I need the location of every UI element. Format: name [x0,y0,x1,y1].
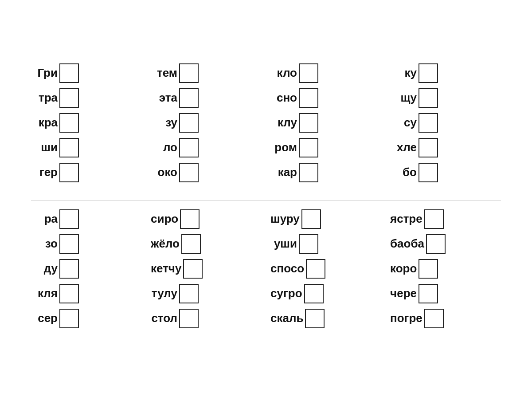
answer-box[interactable] [419,113,438,133]
word-item: сно [270,88,381,108]
column-1-4: кущусухлебо [390,63,501,182]
column-1-2: темэтазулооко [151,63,262,182]
answer-box[interactable] [304,284,324,303]
answer-box[interactable] [59,113,79,133]
answer-box[interactable] [179,163,199,182]
answer-box[interactable] [59,163,79,182]
answer-box[interactable] [424,209,444,229]
answer-box[interactable] [299,113,318,133]
column-2-1: разодуклясер [31,209,142,328]
answer-box[interactable] [179,284,199,303]
word-prefix: ши [31,141,58,154]
answer-box[interactable] [419,259,438,279]
answer-box[interactable] [180,209,200,229]
word-item: сиро [151,209,262,229]
word-item: тулу [151,284,262,303]
column-2-3: шуруушиспососугроскаль [270,209,381,328]
answer-box[interactable] [419,63,438,83]
answer-box[interactable] [419,88,438,108]
word-prefix: кля [31,287,58,300]
word-item: ром [270,138,381,157]
word-prefix: сер [31,311,58,325]
word-prefix: бо [390,165,417,179]
section-1: Гритракрашигертемэтазулоококлосноклуромк… [31,63,501,182]
word-prefix: сиро [151,212,178,226]
word-prefix: око [151,165,177,179]
word-item: ши [31,138,142,157]
answer-box[interactable] [179,113,199,133]
word-prefix: ло [151,141,177,154]
answer-box[interactable] [59,234,79,254]
word-prefix: сно [270,91,297,105]
word-prefix: погре [390,311,422,325]
word-item: тра [31,88,142,108]
word-prefix: тем [151,66,177,80]
word-prefix: кетчу [151,262,181,275]
column-1-1: Гритракрашигер [31,63,142,182]
word-prefix: жёло [151,237,180,251]
word-item: ястре [390,209,501,229]
answer-box[interactable] [299,63,318,83]
word-item: кетчу [151,259,262,279]
answer-box[interactable] [59,209,79,229]
answer-box[interactable] [179,63,199,83]
word-item: бaoба [390,234,501,254]
word-prefix: чере [390,287,417,300]
answer-box[interactable] [183,259,203,279]
word-item: зо [31,234,142,254]
answer-box[interactable] [59,63,79,83]
word-item: сер [31,309,142,328]
word-prefix: стол [151,311,177,325]
answer-box[interactable] [299,138,318,157]
answer-box[interactable] [299,88,318,108]
answer-box[interactable] [424,309,444,328]
answer-box[interactable] [305,309,325,328]
answer-box[interactable] [301,209,321,229]
word-item: гер [31,163,142,182]
answer-box[interactable] [181,234,201,254]
word-item: погре [390,309,501,328]
word-prefix: су [390,116,417,130]
word-prefix: сугро [270,287,302,300]
answer-box[interactable] [59,284,79,303]
column-2-2: сирожёлокетчутулустол [151,209,262,328]
answer-box[interactable] [179,88,199,108]
word-item: спосо [270,259,381,279]
answer-box[interactable] [179,138,199,157]
word-prefix: уши [270,237,297,251]
answer-box[interactable] [419,284,438,303]
word-item: кло [270,63,381,83]
answer-box[interactable] [59,259,79,279]
word-prefix: тулу [151,287,177,300]
answer-box[interactable] [59,88,79,108]
answer-box[interactable] [59,309,79,328]
word-prefix: ду [31,262,58,275]
word-item: коро [390,259,501,279]
answer-box[interactable] [426,234,446,254]
word-prefix: тра [31,91,58,105]
answer-box[interactable] [59,138,79,157]
word-item: хле [390,138,501,157]
answer-box[interactable] [299,234,318,254]
word-item: ло [151,138,262,157]
word-item: щу [390,88,501,108]
word-prefix: Гри [31,66,58,80]
word-item: шуру [270,209,381,229]
word-prefix: коро [390,262,417,275]
word-prefix: хле [390,141,417,154]
answer-box[interactable] [299,163,318,182]
word-item: кар [270,163,381,182]
word-item: ду [31,259,142,279]
word-item: око [151,163,262,182]
word-prefix: кар [270,165,297,179]
word-item: бо [390,163,501,182]
answer-box[interactable] [419,138,438,157]
answer-box[interactable] [419,163,438,182]
answer-box[interactable] [179,309,199,328]
word-prefix: щу [390,91,417,105]
answer-box[interactable] [306,259,325,279]
word-prefix: ра [31,212,58,226]
word-item: жёло [151,234,262,254]
word-item: стол [151,309,262,328]
word-item: ра [31,209,142,229]
